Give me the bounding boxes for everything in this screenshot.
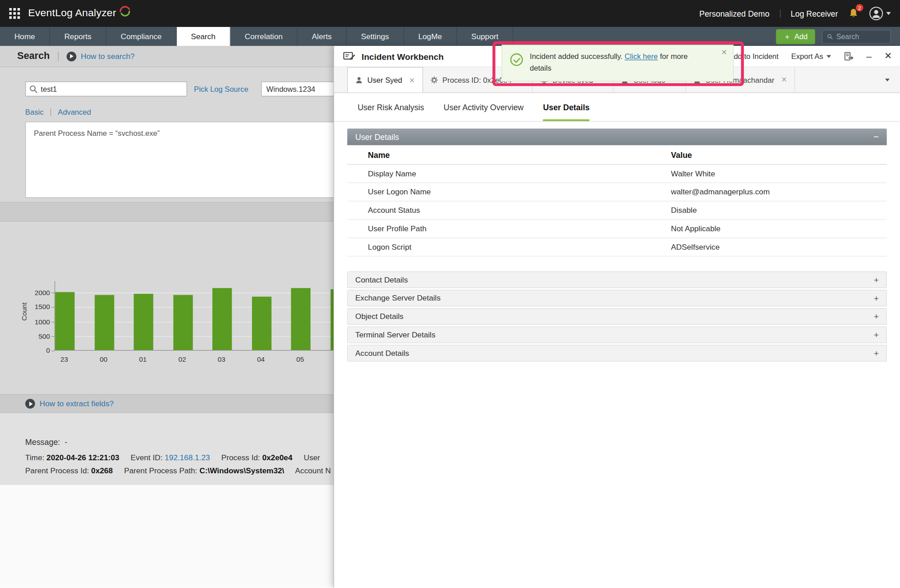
- nav-tab-reports[interactable]: Reports: [50, 27, 106, 46]
- minimize-button[interactable]: –: [866, 51, 872, 61]
- how-to-search-link[interactable]: How to search?: [67, 51, 135, 61]
- accordion-terminal-server-details[interactable]: Terminal Server Details+: [347, 327, 887, 343]
- user-avatar-icon: [869, 6, 883, 21]
- tab-close-icon[interactable]: ✕: [781, 76, 787, 84]
- table-row: Account StatusDisable: [347, 201, 887, 220]
- notifications-bell-icon[interactable]: 2: [848, 8, 859, 19]
- chart-tick: [52, 293, 54, 293]
- play-icon: [67, 51, 76, 61]
- accordion-object-details[interactable]: Object Details+: [347, 308, 887, 325]
- tab-close-icon[interactable]: ✕: [409, 76, 415, 84]
- expand-icon[interactable]: +: [874, 275, 879, 284]
- subtab-user-details[interactable]: User Details: [543, 93, 590, 121]
- incident-workbench-icon: [343, 51, 356, 62]
- incident-workbench-panel: Incident Workbench Add to Incident Expor…: [333, 46, 900, 588]
- main-navigation: Home Reports Compliance Search Correlati…: [0, 27, 900, 46]
- accordion-list: Contact Details+ Exchange Server Details…: [347, 271, 887, 361]
- export-as-dropdown[interactable]: Export As: [791, 52, 831, 60]
- topbar-divider: [780, 9, 780, 18]
- log-receiver-link[interactable]: Log Receiver: [791, 9, 838, 18]
- collapse-icon[interactable]: −: [873, 132, 879, 141]
- chevron-down-icon: [827, 55, 831, 58]
- chart-bar-00: [94, 295, 114, 350]
- basic-mode-link[interactable]: Basic: [25, 108, 44, 117]
- how-to-extract-fields-link[interactable]: How to extract fields?: [25, 399, 114, 408]
- expand-icon[interactable]: +: [874, 349, 879, 358]
- parent-process-path-value: C:\Windows\System32\: [199, 467, 284, 475]
- bar-chart-plot: [54, 281, 353, 350]
- workbench-actions: Add to Incident Export As – ✕: [729, 51, 892, 61]
- nav-tab-correlation[interactable]: Correlation: [230, 27, 297, 46]
- global-search-input[interactable]: [837, 32, 886, 40]
- nav-tab-search[interactable]: Search: [176, 27, 230, 46]
- chart-tick: [52, 322, 54, 322]
- search-query-input[interactable]: [41, 82, 185, 96]
- close-icon[interactable]: ✕: [884, 52, 892, 61]
- message-row: Message: -: [25, 437, 68, 446]
- subtab-user-activity-overview[interactable]: User Activity Overview: [444, 93, 524, 121]
- topbar-right: Personalized Demo Log Receiver 2: [699, 6, 891, 21]
- user-details-table: Name Value Display NameWalter White User…: [347, 145, 887, 256]
- nav-tab-alerts[interactable]: Alerts: [297, 27, 346, 46]
- workbench-content: User Details − Name Value Display NameWa…: [334, 121, 900, 361]
- chart-x-tick-label: 02: [171, 355, 194, 364]
- chart-tick: [52, 336, 54, 337]
- chart-bar-05: [291, 288, 310, 350]
- export-report-icon[interactable]: [844, 51, 854, 61]
- toast-close-icon[interactable]: ✕: [721, 48, 727, 57]
- chart-bar-03: [212, 288, 232, 350]
- notification-count-badge: 2: [856, 4, 864, 12]
- search-query-field[interactable]: [25, 81, 187, 96]
- message-label: Message:: [25, 437, 60, 446]
- pick-log-source-link[interactable]: Pick Log Source: [194, 85, 248, 94]
- chevron-down-icon: [886, 12, 891, 15]
- subtab-user-risk-analysis[interactable]: User Risk Analysis: [358, 93, 424, 121]
- event-id-link[interactable]: 192.168.1.23: [165, 453, 210, 462]
- accordion-exchange-server-details[interactable]: Exchange Server Details+: [347, 290, 887, 306]
- nav-right-controls: ＋ Add: [776, 27, 900, 46]
- app-launcher-grid-icon[interactable]: [9, 8, 20, 19]
- chart-bar-01: [134, 294, 153, 350]
- tab-overflow-dropdown[interactable]: [875, 67, 900, 92]
- chart-x-tick-label: 23: [53, 355, 76, 364]
- expand-icon[interactable]: +: [874, 312, 879, 321]
- topbar: EventLog Analyzer Personalized Demo Log …: [0, 0, 900, 27]
- truncated-field: Account N: [295, 467, 331, 475]
- toast-message: Incident added successfully. Click here …: [530, 51, 697, 74]
- accordion-contact-details[interactable]: Contact Details+: [347, 271, 887, 288]
- table-row: User Profile PathNot Applicable: [347, 220, 887, 238]
- accordion-account-details[interactable]: Account Details+: [347, 345, 887, 362]
- product-name: EventLog Analyzer: [28, 7, 116, 19]
- expand-icon[interactable]: +: [874, 331, 879, 339]
- chart-tick: [52, 307, 54, 308]
- chart-y-tick-label: 2000: [27, 289, 50, 297]
- chart-x-tick-label: 04: [249, 355, 272, 364]
- add-to-incident-button[interactable]: Add to Incident: [729, 52, 779, 60]
- parent-process-path-label: Parent Process Path:: [124, 467, 198, 475]
- chart-x-tick-label: 00: [92, 355, 115, 364]
- time-value: 2020-04-26 12:21:03: [46, 453, 119, 462]
- column-header-value: Value: [671, 145, 887, 165]
- nav-tab-support[interactable]: Support: [457, 27, 513, 46]
- user-menu[interactable]: [869, 6, 891, 21]
- expand-icon[interactable]: +: [874, 294, 879, 302]
- success-toast: Incident added successfully. Click here …: [502, 45, 734, 81]
- nav-tab-compliance[interactable]: Compliance: [106, 27, 176, 46]
- app-window: EventLog Analyzer Personalized Demo Log …: [0, 0, 900, 588]
- divider: [50, 108, 51, 116]
- page-title: Search: [17, 50, 50, 62]
- search-icon: [29, 85, 38, 94]
- nav-tab-settings[interactable]: Settings: [346, 27, 404, 46]
- nav-tab-home[interactable]: Home: [0, 27, 50, 46]
- global-search-box[interactable]: [822, 30, 891, 44]
- workbench-tab-user-syed[interactable]: User Syed ✕: [347, 67, 423, 92]
- gear-icon: [430, 76, 438, 84]
- advanced-mode-link[interactable]: Advanced: [58, 108, 91, 117]
- chart-bar-23: [55, 292, 74, 350]
- add-button[interactable]: ＋ Add: [776, 29, 815, 44]
- user-details-section-header[interactable]: User Details −: [347, 129, 887, 145]
- table-row: Display NameWalter White: [347, 164, 887, 183]
- toast-click-here-link[interactable]: Click here: [625, 52, 658, 61]
- chart-x-tick-label: 03: [210, 355, 233, 364]
- nav-tab-logme[interactable]: LogMe: [404, 27, 457, 46]
